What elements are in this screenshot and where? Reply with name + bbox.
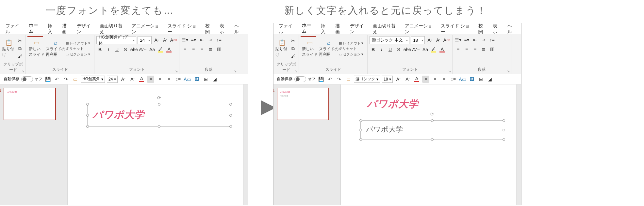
align-left-button[interactable]: ≡ (454, 45, 462, 52)
indent-increase-button[interactable]: ⇥ (480, 36, 487, 43)
italic-button[interactable]: I (105, 46, 112, 53)
save-button[interactable]: 💾 (317, 76, 324, 83)
slide-canvas[interactable]: ⟳ パワポ大学 (62, 84, 248, 205)
font-color-button[interactable]: A (165, 46, 173, 53)
qat-picture[interactable]: 🖼 (468, 76, 475, 83)
layout-button[interactable]: ▦レイアウト ▾ (66, 41, 90, 46)
font-size-selector[interactable]: 24 (138, 36, 152, 44)
bold-button[interactable]: B (96, 46, 104, 53)
indent-decrease-button[interactable]: ⇤ (471, 36, 479, 43)
layout-button[interactable]: ▦レイアウト ▾ (339, 41, 363, 46)
bullets-button[interactable]: ☰▾ (454, 36, 462, 43)
align-left-button[interactable]: ≡ (181, 45, 189, 52)
underline-button[interactable]: U (387, 46, 394, 53)
autosave-toggle[interactable] (21, 76, 33, 82)
resize-handle[interactable] (359, 138, 362, 141)
dialog-launcher-icon[interactable]: ↘ (295, 69, 297, 73)
present-button[interactable]: ▭ (345, 76, 352, 83)
qat-align-left[interactable]: ≡ (422, 76, 429, 83)
indent-increase-button[interactable]: ⇥ (207, 36, 214, 43)
highlight-button[interactable]: 🖊 (430, 46, 437, 53)
font-color-button[interactable]: A (438, 46, 446, 53)
font-size-selector[interactable]: 18 (411, 36, 425, 44)
redo-button[interactable]: ↷ (336, 76, 343, 83)
paste-button[interactable]: 📋 貼り付け (275, 36, 288, 61)
dialog-launcher-icon[interactable]: ↘ (175, 69, 178, 73)
qat-font-color[interactable]: A (138, 76, 145, 83)
resize-handle[interactable] (359, 129, 362, 131)
qat-align-objects[interactable]: ⊞ (477, 76, 485, 83)
qat-align-left[interactable]: ≡ (147, 76, 154, 83)
qat-increase-font[interactable]: A^ (120, 76, 127, 83)
slide-thumbnail[interactable]: パワポ大学 (4, 88, 56, 120)
decrease-font-button[interactable]: Aˇ (161, 37, 169, 44)
align-center-button[interactable]: ≡ (463, 45, 470, 52)
change-case-button[interactable]: Aa (421, 46, 429, 53)
italic-button[interactable]: I (378, 46, 385, 53)
resize-handle[interactable] (229, 125, 232, 128)
resize-handle[interactable] (503, 138, 505, 141)
qat-size-selector[interactable]: 18 ▾ (382, 76, 393, 83)
autosave-toggle[interactable] (294, 76, 306, 82)
dialog-launcher-icon[interactable]: ↘ (234, 69, 237, 73)
align-right-button[interactable]: ≡ (471, 45, 479, 52)
qat-line-spacing[interactable]: ↕≡ (450, 76, 457, 83)
qat-align-right[interactable]: ≡ (165, 76, 173, 83)
reuse-slides-button[interactable]: ⌕ スライドの 再利用 (320, 36, 338, 61)
highlight-button[interactable]: 🖊 (157, 46, 164, 53)
copy-button[interactable]: ⧉ (16, 45, 24, 52)
qat-font-color[interactable]: A (413, 76, 420, 83)
qat-picture[interactable]: 🖼 (193, 76, 200, 83)
change-case-button[interactable]: Aa (148, 46, 156, 53)
textbox-selected[interactable]: ⟳ パワポ大学 (360, 120, 504, 140)
resize-handle[interactable] (229, 114, 232, 117)
line-spacing-button[interactable]: ↕≡ (215, 36, 223, 43)
font-name-selector[interactable]: HG創英角ﾎﾟｯﾌﾟ体 (96, 36, 136, 44)
resize-handle[interactable] (229, 103, 232, 106)
strike-button[interactable]: abc (130, 46, 138, 53)
slide-canvas[interactable]: パワポ大学 ⟳ パワポ大学 (336, 84, 521, 205)
numbering-button[interactable]: ≡▾ (190, 36, 197, 43)
redo-button[interactable]: ↷ (62, 76, 70, 83)
new-slide-button[interactable]: ▭ 新しい スライド (28, 36, 45, 61)
qat-size-selector[interactable]: 24 ▾ (107, 76, 118, 83)
new-slide-button[interactable]: ▭ 新しい スライド (301, 36, 319, 61)
resize-handle[interactable] (431, 138, 434, 141)
present-button[interactable]: ▭ (72, 76, 79, 83)
columns-button[interactable]: ▥ (488, 45, 496, 52)
bullets-button[interactable]: ☰▾ (181, 36, 189, 43)
qat-align-right[interactable]: ≡ (440, 76, 448, 83)
format-painter-button[interactable]: 🖌 (289, 53, 297, 60)
qat-textbox[interactable]: A▭ (459, 76, 466, 83)
undo-button[interactable]: ↶ (326, 76, 334, 83)
qat-align-objects[interactable]: ⊞ (202, 76, 209, 83)
cut-button[interactable]: ✂ (16, 37, 24, 44)
resize-handle[interactable] (503, 129, 505, 131)
line-spacing-button[interactable]: ↕≡ (488, 36, 496, 43)
undo-button[interactable]: ↶ (53, 76, 60, 83)
align-justify-button[interactable]: ≣ (207, 45, 214, 52)
rotate-handle-icon[interactable]: ⟳ (157, 95, 161, 100)
save-button[interactable]: 💾 (44, 76, 51, 83)
copy-button[interactable]: ⧉ (289, 45, 297, 52)
reset-button[interactable]: ↺リセット (66, 46, 90, 51)
bold-button[interactable]: B (370, 46, 377, 53)
qat-font-selector[interactable]: HG創英角 ▾ (81, 76, 105, 83)
qat-shape-fill[interactable]: ◢ (211, 76, 219, 83)
numbering-button[interactable]: ≡▾ (463, 36, 470, 43)
textbox-selected[interactable]: ⟳ パワポ大学 (87, 104, 231, 127)
qat-decrease-font[interactable]: Aˇ (129, 76, 136, 83)
font-name-selector[interactable]: 游ゴシック 本文 (370, 36, 409, 44)
qat-align-center[interactable]: ≡ (156, 76, 163, 83)
resize-handle[interactable] (359, 119, 362, 122)
decrease-font-button[interactable]: Aˇ (435, 37, 442, 44)
qat-line-spacing[interactable]: ↕≡ (174, 76, 182, 83)
cut-button[interactable]: ✂ (289, 37, 297, 44)
section-button[interactable]: ▭セクション ▾ (339, 52, 363, 57)
shadow-button[interactable]: S (395, 46, 402, 53)
resize-handle[interactable] (86, 114, 89, 117)
align-justify-button[interactable]: ≣ (480, 45, 487, 52)
qat-shape-fill[interactable]: ◢ (487, 76, 494, 83)
underline-button[interactable]: U (113, 46, 121, 53)
rotate-handle-icon[interactable]: ⟳ (430, 111, 434, 117)
